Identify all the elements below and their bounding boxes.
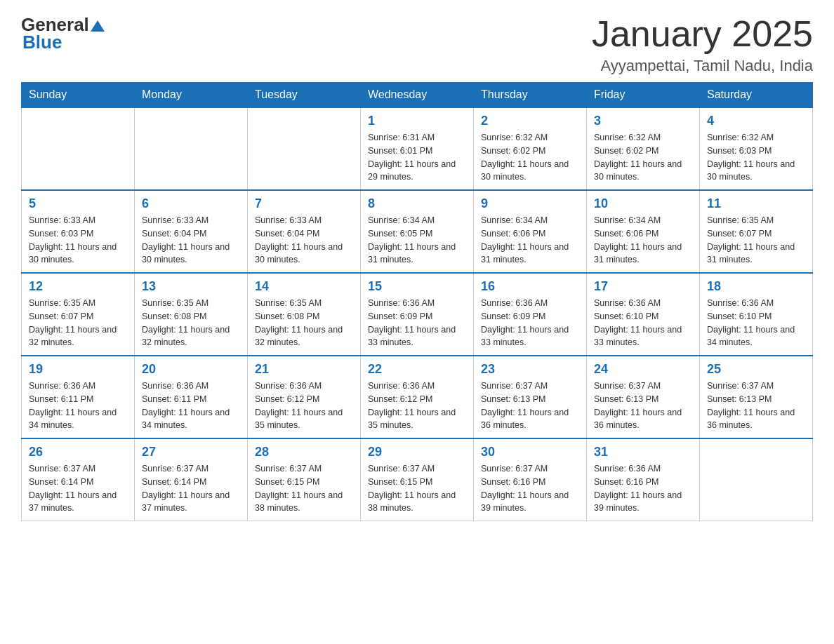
day-info: Sunrise: 6:37 AMSunset: 6:16 PMDaylight:… [481, 462, 579, 515]
day-info: Sunrise: 6:34 AMSunset: 6:06 PMDaylight:… [594, 214, 692, 267]
day-number: 14 [255, 279, 353, 294]
title-section: January 2025 Ayyampettai, Tamil Nadu, In… [592, 14, 813, 75]
calendar-header-wednesday: Wednesday [361, 83, 474, 108]
day-number: 5 [29, 196, 127, 211]
calendar-cell: 6Sunrise: 6:33 AMSunset: 6:04 PMDaylight… [135, 190, 248, 273]
calendar-cell: 24Sunrise: 6:37 AMSunset: 6:13 PMDayligh… [587, 356, 700, 438]
calendar-cell: 23Sunrise: 6:37 AMSunset: 6:13 PMDayligh… [474, 356, 587, 438]
day-info: Sunrise: 6:33 AMSunset: 6:04 PMDaylight:… [142, 214, 240, 267]
day-number: 31 [594, 445, 692, 459]
calendar-cell: 30Sunrise: 6:37 AMSunset: 6:16 PMDayligh… [474, 438, 587, 521]
calendar-cell [22, 107, 135, 190]
day-number: 3 [594, 114, 692, 128]
calendar-cell: 25Sunrise: 6:37 AMSunset: 6:13 PMDayligh… [700, 356, 813, 438]
day-number: 30 [481, 445, 579, 459]
calendar-cell [700, 438, 813, 521]
calendar-cell: 21Sunrise: 6:36 AMSunset: 6:12 PMDayligh… [248, 356, 361, 438]
week-row-1: 1Sunrise: 6:31 AMSunset: 6:01 PMDaylight… [22, 107, 813, 190]
calendar-cell: 5Sunrise: 6:33 AMSunset: 6:03 PMDaylight… [22, 190, 135, 273]
day-info: Sunrise: 6:35 AMSunset: 6:08 PMDaylight:… [142, 297, 240, 349]
day-number: 15 [368, 279, 466, 294]
day-number: 4 [707, 114, 805, 128]
day-info: Sunrise: 6:34 AMSunset: 6:06 PMDaylight:… [481, 214, 579, 267]
day-number: 21 [255, 362, 353, 377]
calendar-cell [135, 107, 248, 190]
day-number: 28 [255, 445, 353, 459]
day-info: Sunrise: 6:33 AMSunset: 6:03 PMDaylight:… [29, 214, 127, 267]
day-number: 1 [368, 114, 466, 128]
calendar-cell: 10Sunrise: 6:34 AMSunset: 6:06 PMDayligh… [587, 190, 700, 273]
day-number: 23 [481, 362, 579, 377]
day-number: 6 [142, 196, 240, 211]
calendar-cell: 29Sunrise: 6:37 AMSunset: 6:15 PMDayligh… [361, 438, 474, 521]
calendar-cell: 8Sunrise: 6:34 AMSunset: 6:05 PMDaylight… [361, 190, 474, 273]
day-number: 13 [142, 279, 240, 294]
day-info: Sunrise: 6:37 AMSunset: 6:14 PMDaylight:… [142, 462, 240, 515]
calendar-cell: 1Sunrise: 6:31 AMSunset: 6:01 PMDaylight… [361, 107, 474, 190]
calendar-cell: 27Sunrise: 6:37 AMSunset: 6:14 PMDayligh… [135, 438, 248, 521]
day-info: Sunrise: 6:35 AMSunset: 6:07 PMDaylight:… [707, 214, 805, 267]
day-info: Sunrise: 6:35 AMSunset: 6:07 PMDaylight:… [29, 297, 127, 349]
calendar-cell: 26Sunrise: 6:37 AMSunset: 6:14 PMDayligh… [22, 438, 135, 521]
day-info: Sunrise: 6:32 AMSunset: 6:02 PMDaylight:… [481, 131, 579, 184]
day-info: Sunrise: 6:32 AMSunset: 6:03 PMDaylight:… [707, 131, 805, 184]
day-number: 27 [142, 445, 240, 459]
calendar-header-friday: Friday [587, 83, 700, 108]
day-info: Sunrise: 6:31 AMSunset: 6:01 PMDaylight:… [368, 131, 466, 184]
page-header: General Blue January 2025 Ayyampettai, T… [21, 14, 813, 75]
calendar-cell: 13Sunrise: 6:35 AMSunset: 6:08 PMDayligh… [135, 273, 248, 356]
calendar-cell: 31Sunrise: 6:36 AMSunset: 6:16 PMDayligh… [587, 438, 700, 521]
day-info: Sunrise: 6:36 AMSunset: 6:09 PMDaylight:… [368, 297, 466, 349]
week-row-4: 19Sunrise: 6:36 AMSunset: 6:11 PMDayligh… [22, 356, 813, 438]
day-number: 11 [707, 196, 805, 211]
calendar-cell: 4Sunrise: 6:32 AMSunset: 6:03 PMDaylight… [700, 107, 813, 190]
day-info: Sunrise: 6:34 AMSunset: 6:05 PMDaylight:… [368, 214, 466, 267]
calendar-cell: 2Sunrise: 6:32 AMSunset: 6:02 PMDaylight… [474, 107, 587, 190]
calendar-cell: 18Sunrise: 6:36 AMSunset: 6:10 PMDayligh… [700, 273, 813, 356]
day-number: 8 [368, 196, 466, 211]
calendar-table: SundayMondayTuesdayWednesdayThursdayFrid… [21, 82, 813, 521]
calendar-cell: 9Sunrise: 6:34 AMSunset: 6:06 PMDaylight… [474, 190, 587, 273]
page-subtitle: Ayyampettai, Tamil Nadu, India [592, 57, 813, 75]
day-info: Sunrise: 6:36 AMSunset: 6:11 PMDaylight:… [142, 380, 240, 432]
calendar-cell: 12Sunrise: 6:35 AMSunset: 6:07 PMDayligh… [22, 273, 135, 356]
day-number: 9 [481, 196, 579, 211]
calendar-header-tuesday: Tuesday [248, 83, 361, 108]
day-number: 22 [368, 362, 466, 377]
day-number: 7 [255, 196, 353, 211]
day-info: Sunrise: 6:37 AMSunset: 6:13 PMDaylight:… [594, 380, 692, 432]
calendar-header-row: SundayMondayTuesdayWednesdayThursdayFrid… [22, 83, 813, 108]
calendar-header-sunday: Sunday [22, 83, 135, 108]
day-info: Sunrise: 6:33 AMSunset: 6:04 PMDaylight:… [255, 214, 353, 267]
day-info: Sunrise: 6:37 AMSunset: 6:13 PMDaylight:… [481, 380, 579, 432]
calendar-cell: 20Sunrise: 6:36 AMSunset: 6:11 PMDayligh… [135, 356, 248, 438]
calendar-cell: 7Sunrise: 6:33 AMSunset: 6:04 PMDaylight… [248, 190, 361, 273]
calendar-cell: 22Sunrise: 6:36 AMSunset: 6:12 PMDayligh… [361, 356, 474, 438]
day-number: 26 [29, 445, 127, 459]
day-number: 10 [594, 196, 692, 211]
calendar-cell [248, 107, 361, 190]
calendar-cell: 16Sunrise: 6:36 AMSunset: 6:09 PMDayligh… [474, 273, 587, 356]
day-info: Sunrise: 6:36 AMSunset: 6:12 PMDaylight:… [255, 380, 353, 432]
day-info: Sunrise: 6:36 AMSunset: 6:10 PMDaylight:… [594, 297, 692, 349]
day-info: Sunrise: 6:36 AMSunset: 6:12 PMDaylight:… [368, 380, 466, 432]
day-info: Sunrise: 6:32 AMSunset: 6:02 PMDaylight:… [594, 131, 692, 184]
calendar-header-thursday: Thursday [474, 83, 587, 108]
day-info: Sunrise: 6:35 AMSunset: 6:08 PMDaylight:… [255, 297, 353, 349]
calendar-cell: 11Sunrise: 6:35 AMSunset: 6:07 PMDayligh… [700, 190, 813, 273]
logo: General Blue [21, 14, 105, 53]
day-number: 19 [29, 362, 127, 377]
day-info: Sunrise: 6:37 AMSunset: 6:15 PMDaylight:… [368, 462, 466, 515]
calendar-cell: 28Sunrise: 6:37 AMSunset: 6:15 PMDayligh… [248, 438, 361, 521]
day-info: Sunrise: 6:36 AMSunset: 6:16 PMDaylight:… [594, 462, 692, 515]
week-row-3: 12Sunrise: 6:35 AMSunset: 6:07 PMDayligh… [22, 273, 813, 356]
calendar-header-monday: Monday [135, 83, 248, 108]
day-info: Sunrise: 6:37 AMSunset: 6:14 PMDaylight:… [29, 462, 127, 515]
day-number: 18 [707, 279, 805, 294]
calendar-cell: 3Sunrise: 6:32 AMSunset: 6:02 PMDaylight… [587, 107, 700, 190]
day-info: Sunrise: 6:37 AMSunset: 6:15 PMDaylight:… [255, 462, 353, 515]
calendar-cell: 15Sunrise: 6:36 AMSunset: 6:09 PMDayligh… [361, 273, 474, 356]
day-info: Sunrise: 6:36 AMSunset: 6:09 PMDaylight:… [481, 297, 579, 349]
day-info: Sunrise: 6:37 AMSunset: 6:13 PMDaylight:… [707, 380, 805, 432]
day-number: 17 [594, 279, 692, 294]
